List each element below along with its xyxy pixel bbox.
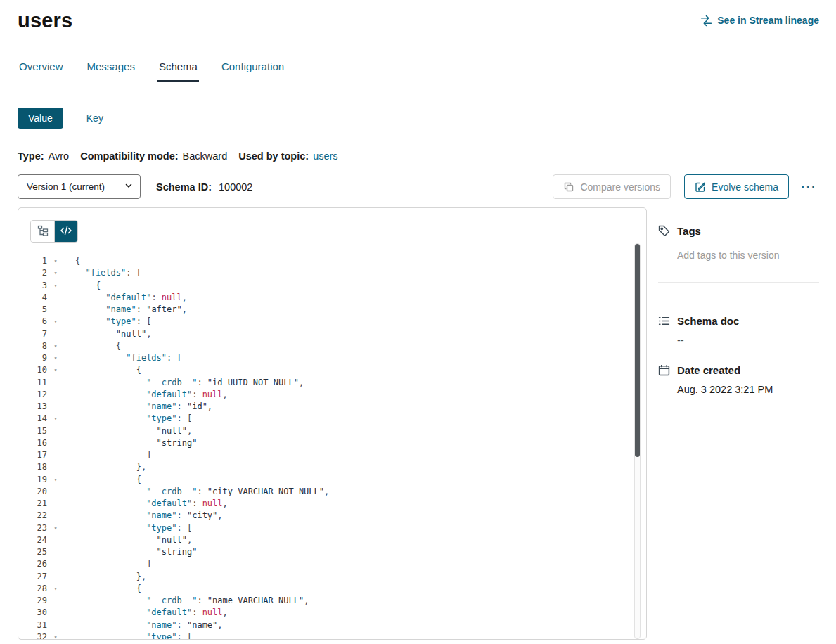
- editor-scrollbar[interactable]: [634, 243, 641, 639]
- collapse-toggle-icon[interactable]: ▾: [51, 583, 60, 595]
- line-number: 26: [30, 558, 47, 570]
- stream-lineage-link[interactable]: See in Stream lineage: [700, 15, 819, 27]
- collapse-toggle-icon[interactable]: ▾: [51, 413, 60, 425]
- code-text: "type": [: [75, 316, 151, 328]
- compatibility-label: Compatibility mode:: [80, 150, 178, 162]
- schema-editor-panel: 1▾{2▾"fields": [3▾{4"default": null,5"na…: [18, 207, 647, 640]
- code-text: "name": "after",: [75, 304, 187, 316]
- line-number: 11: [30, 377, 47, 389]
- tab-configuration[interactable]: Configuration: [220, 55, 285, 82]
- code-view-button[interactable]: [54, 221, 77, 242]
- list-icon: [658, 315, 670, 327]
- code-line: 13"name": "id",: [30, 401, 646, 413]
- collapse-toggle-icon[interactable]: ▾: [51, 474, 60, 486]
- code-text: "null",: [75, 425, 192, 437]
- tree-view-button[interactable]: [31, 221, 54, 242]
- collapse-toggle-icon[interactable]: ▾: [51, 364, 60, 376]
- collapse-toggle-icon[interactable]: ▾: [51, 352, 60, 364]
- code-text: "string": [75, 437, 197, 449]
- line-number: 31: [30, 619, 47, 631]
- collapse-toggle-icon[interactable]: ▾: [51, 316, 60, 328]
- collapse-toggle-icon[interactable]: ▾: [51, 522, 60, 534]
- code-text: "string": [75, 546, 197, 558]
- gutter-spacer: [51, 486, 60, 498]
- type-label: Type:: [18, 150, 44, 162]
- line-number: 22: [30, 510, 47, 522]
- line-number: 30: [30, 607, 47, 619]
- code-text: "name": "city",: [75, 510, 223, 522]
- gutter-spacer: [51, 498, 60, 510]
- line-number: 5: [30, 304, 47, 316]
- line-number: 9: [30, 352, 47, 364]
- topic-link[interactable]: users: [313, 150, 337, 162]
- gutter-spacer: [51, 619, 60, 631]
- gutter-spacer: [51, 401, 60, 413]
- collapse-toggle-icon[interactable]: ▾: [51, 267, 60, 279]
- line-number: 19: [30, 474, 47, 486]
- page-title: users: [18, 9, 72, 32]
- gutter-spacer: [51, 607, 60, 619]
- code-text: ]: [75, 558, 151, 570]
- topbar: users See in Stream lineage: [18, 0, 819, 35]
- code-line: 3▾{: [30, 280, 646, 292]
- tab-schema[interactable]: Schema: [157, 55, 199, 82]
- code-lines: 1▾{2▾"fields": [3▾{4"default": null,5"na…: [30, 255, 646, 640]
- code-line: 26]: [30, 558, 646, 570]
- code-text: },: [75, 461, 146, 473]
- code-line: 30"default": null,: [30, 607, 646, 619]
- line-number: 13: [30, 401, 47, 413]
- schema-id-value: 100002: [219, 181, 252, 193]
- evolve-schema-label: Evolve schema: [712, 181, 778, 193]
- tab-bar: Overview Messages Schema Configuration: [18, 55, 819, 82]
- gutter-spacer: [51, 461, 60, 473]
- code-text: },: [75, 571, 146, 583]
- more-options-button[interactable]: ⋯: [797, 178, 819, 196]
- gutter-spacer: [51, 389, 60, 401]
- tab-overview[interactable]: Overview: [18, 55, 65, 82]
- tags-input[interactable]: [677, 247, 808, 266]
- gutter-spacer: [51, 292, 60, 304]
- collapse-toggle-icon[interactable]: ▾: [51, 255, 60, 267]
- code-line: 8▾{: [30, 340, 646, 352]
- gutter-spacer: [51, 546, 60, 558]
- line-number: 21: [30, 498, 47, 510]
- used-by-topic-label: Used by topic:: [238, 150, 309, 162]
- gutter-spacer: [51, 304, 60, 316]
- compare-versions-button[interactable]: Compare versions: [553, 174, 671, 199]
- code-text: "__crdb__": "city VARCHAR NOT NULL",: [75, 486, 329, 498]
- schema-id: Schema ID: 100002: [156, 181, 252, 193]
- value-toggle-button[interactable]: Value: [18, 108, 63, 129]
- line-number: 16: [30, 437, 47, 449]
- collapse-toggle-icon[interactable]: ▾: [51, 340, 60, 352]
- key-toggle-button[interactable]: Key: [76, 108, 114, 129]
- scrollbar-thumb[interactable]: [635, 244, 640, 457]
- code-text: {: [75, 255, 80, 267]
- code-text: "fields": [: [75, 352, 182, 364]
- version-select-value: Version 1 (current): [27, 181, 105, 192]
- tab-messages[interactable]: Messages: [86, 55, 136, 82]
- code-line: 31"name": "name",: [30, 619, 646, 631]
- code-line: 32▾"type": [: [30, 631, 646, 640]
- compatibility-value: Backward: [183, 150, 228, 162]
- code-icon: [60, 225, 72, 238]
- schema-page: users See in Stream lineage Overview Mes…: [0, 0, 836, 640]
- code-line: 29"__crdb__": "name VARCHAR NULL",: [30, 595, 646, 607]
- code-line: 12"default": null,: [30, 389, 646, 401]
- code-line: 7"null",: [30, 328, 646, 340]
- version-select[interactable]: Version 1 (current): [18, 174, 141, 199]
- code-line: 16"string": [30, 437, 646, 449]
- calendar-icon: [658, 364, 670, 376]
- code-line: 28▾{: [30, 583, 646, 595]
- code-line: 1▾{: [30, 255, 646, 267]
- evolve-schema-button[interactable]: Evolve schema: [684, 174, 789, 199]
- collapse-toggle-icon[interactable]: ▾: [51, 631, 60, 640]
- schema-doc-value: --: [677, 335, 819, 346]
- gutter-spacer: [51, 328, 60, 340]
- code-line: 19▾{: [30, 474, 646, 486]
- collapse-toggle-icon[interactable]: ▾: [51, 280, 60, 292]
- sidebar-divider: [658, 282, 819, 283]
- gutter-spacer: [51, 437, 60, 449]
- code-line: 2▾"fields": [: [30, 267, 646, 279]
- gutter-spacer: [51, 558, 60, 570]
- code-line: 4"default": null,: [30, 292, 646, 304]
